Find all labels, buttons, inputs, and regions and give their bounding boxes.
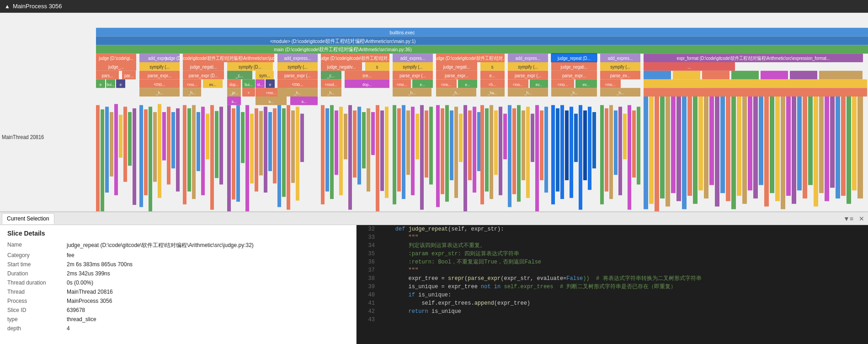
detail-label: Duration (7, 270, 67, 277)
close-panel-button[interactable]: ✕ (857, 214, 866, 223)
svg-rect-274 (628, 105, 631, 210)
svg-rect-191 (219, 107, 223, 184)
svg-rect-287 (649, 97, 654, 204)
svg-rect-206 (291, 110, 295, 183)
flame-svg[interactable]: MainThread 20816 builtins.exec <module> … (0, 13, 868, 211)
svg-rect-308 (764, 97, 769, 206)
svg-text:bui...: bui... (245, 82, 252, 87)
svg-rect-281 (761, 71, 788, 80)
svg-rect-184 (187, 108, 191, 192)
svg-rect-280 (731, 71, 759, 80)
svg-text:ev...: ev... (209, 82, 216, 87)
svg-rect-269 (605, 108, 608, 192)
code-content: :return: Bool，不重复返回True，否则返回False (382, 258, 541, 266)
svg-text:parse_expr (...: parse_expr (... (284, 73, 311, 78)
svg-text:parse_expr (D...: parse_expr (D... (189, 73, 218, 78)
svg-rect-256 (540, 110, 543, 180)
svg-rect-207 (296, 107, 299, 200)
svg-rect-313 (792, 97, 796, 204)
line-number: 43 (360, 316, 375, 324)
svg-rect-243 (480, 105, 484, 204)
svg-rect-169 (114, 104, 118, 195)
svg-rect-204 (282, 108, 286, 197)
svg-text:judge_negativ...: judge_negativ... (327, 64, 356, 70)
svg-text:sympify (...: sympify (... (518, 64, 538, 70)
svg-rect-222 (380, 110, 384, 191)
svg-rect-312 (786, 97, 791, 196)
svg-rect-178 (158, 104, 161, 198)
svg-rect-175 (144, 109, 148, 195)
svg-rect-237 (454, 107, 458, 198)
svg-rect-240 (468, 110, 472, 180)
svg-rect-276 (637, 107, 640, 184)
detail-value: fee (67, 252, 75, 258)
svg-rect-230 (420, 105, 424, 210)
detail-row: Slice ID639678 (7, 307, 349, 313)
svg-rect-241 (473, 107, 476, 193)
svg-rect-189 (210, 105, 214, 210)
svg-rect-220 (371, 112, 375, 155)
detail-value: 2ms 342us 399ns (67, 270, 110, 277)
svg-rect-236 (450, 110, 453, 180)
svg-rect-171 (123, 107, 127, 182)
svg-text:judge_negati...: judge_negati... (560, 64, 588, 70)
svg-rect-285 (644, 88, 867, 97)
svg-rect-221 (376, 105, 379, 211)
detail-row: Start time2m 6s 383ms 865us 700ns (7, 261, 349, 268)
svg-rect-187 (201, 107, 205, 195)
svg-text:judge_negati...: judge_negati... (190, 64, 217, 70)
detail-row: ProcessMainProcess 3056 (7, 298, 349, 304)
svg-rect-260 (560, 105, 564, 199)
svg-rect-174 (139, 105, 143, 207)
svg-rect-165 (96, 105, 100, 211)
code-content: expr_tree = srepr(parse_expr(expr_str, e… (382, 274, 702, 283)
svg-rect-257 (544, 107, 548, 193)
code-panel[interactable]: 32 def judge_repeat(self, expr_str):33 "… (357, 225, 868, 344)
svg-rect-202 (273, 108, 277, 183)
svg-rect-211 (330, 105, 334, 199)
svg-rect-283 (819, 71, 863, 80)
code-line: 41 self.expr_trees.append(expr_tree) (357, 299, 868, 307)
svg-text:e...: e... (490, 73, 495, 78)
svg-rect-310 (775, 97, 780, 201)
code-line: 32 def judge_repeat(self, expr_str): (357, 225, 868, 233)
svg-text:<module> (D:\code\gitcode\软件工程: <module> (D:\code\gitcode\软件工程\结对编程\Arit… (270, 38, 416, 44)
svg-text:parse_expr (...: parse_expr (... (515, 73, 541, 78)
svg-rect-277 (644, 71, 671, 80)
svg-text:bui...: bui... (107, 82, 114, 87)
filter-button[interactable]: ▼≡ (841, 214, 855, 223)
tab-current-selection[interactable]: Current Selection (2, 213, 54, 224)
svg-rect-239 (463, 105, 467, 211)
svg-rect-196 (245, 105, 249, 211)
svg-text:add_express...: add_express... (284, 56, 311, 61)
flame-graph-area[interactable]: MainThread 20816 builtins.exec <module> … (0, 13, 868, 211)
code-line: 38 expr_tree = srepr(parse_expr(expr_str… (357, 274, 868, 283)
svg-rect-190 (215, 111, 218, 178)
svg-rect-248 (503, 114, 507, 160)
line-number: 35 (360, 250, 375, 258)
svg-rect-307 (759, 97, 763, 185)
svg-text:builtins.exec: builtins.exec (390, 29, 415, 35)
line-number: 34 (360, 242, 375, 250)
svg-rect-172 (128, 112, 132, 166)
svg-text:parse_ex...: parse_ex... (610, 73, 630, 78)
detail-value: MainThread 20816 (67, 289, 113, 295)
svg-text:judge_...: judge_... (108, 64, 124, 70)
svg-text:_h...: _h... (188, 91, 195, 96)
svg-text:<mod...: <mod... (325, 82, 337, 87)
svg-text:judge_repeat (D...: judge_repeat (D... (557, 56, 591, 61)
svg-text:sympify (...: sympify (... (288, 64, 307, 70)
svg-text:add_expres...: add_expres... (516, 56, 540, 61)
svg-text:sympify (...: sympify (... (610, 64, 630, 70)
svg-rect-213 (339, 107, 343, 195)
svg-text:a...: a... (231, 99, 236, 104)
svg-rect-229 (415, 114, 419, 160)
svg-text:<mo...: <mo... (154, 81, 165, 87)
svg-rect-258 (551, 105, 555, 204)
svg-text:ev...: ev... (536, 82, 543, 87)
svg-text:<mo...: <mo... (441, 82, 451, 87)
svg-text:s: s (376, 64, 378, 70)
svg-text:_h...: _h... (524, 91, 531, 96)
panel-content: Slice Details Namejudge_repeat (D:\code\… (0, 225, 868, 344)
detail-label: depth (7, 325, 67, 332)
